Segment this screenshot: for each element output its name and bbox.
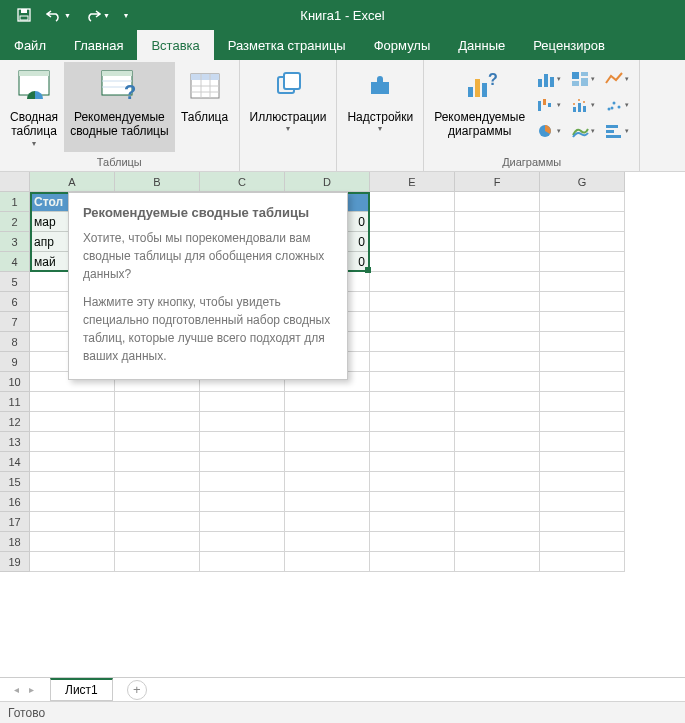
cell-F17[interactable] <box>455 512 540 532</box>
cell-D16[interactable] <box>285 492 370 512</box>
cell-F18[interactable] <box>455 532 540 552</box>
cell-E13[interactable] <box>370 432 455 452</box>
cell-A16[interactable] <box>30 492 115 512</box>
tab-review[interactable]: Рецензиров <box>519 30 619 60</box>
cell-D18[interactable] <box>285 532 370 552</box>
cell-F6[interactable] <box>455 292 540 312</box>
cell-C19[interactable] <box>200 552 285 572</box>
select-all-cell[interactable] <box>0 172 30 192</box>
cell-E11[interactable] <box>370 392 455 412</box>
cell-G16[interactable] <box>540 492 625 512</box>
sheet-nav-next[interactable]: ▸ <box>25 684 38 695</box>
cell-G13[interactable] <box>540 432 625 452</box>
cell-B11[interactable] <box>115 392 200 412</box>
row-header[interactable]: 18 <box>0 532 30 552</box>
cell-A17[interactable] <box>30 512 115 532</box>
cell-B18[interactable] <box>115 532 200 552</box>
cell-G10[interactable] <box>540 372 625 392</box>
cell-F14[interactable] <box>455 452 540 472</box>
recommended-pivot-tables-button[interactable]: ? Рекомендуемые сводные таблицы <box>64 62 174 152</box>
cell-E18[interactable] <box>370 532 455 552</box>
cell-G18[interactable] <box>540 532 625 552</box>
statistic-chart-button[interactable]: ▾ <box>569 94 597 116</box>
cell-D11[interactable] <box>285 392 370 412</box>
cell-E2[interactable] <box>370 212 455 232</box>
cell-F7[interactable] <box>455 312 540 332</box>
cell-A13[interactable] <box>30 432 115 452</box>
column-chart-button[interactable]: ▾ <box>535 68 563 90</box>
cell-D19[interactable] <box>285 552 370 572</box>
row-header[interactable]: 14 <box>0 452 30 472</box>
tab-data[interactable]: Данные <box>444 30 519 60</box>
scatter-chart-button[interactable]: ▾ <box>603 94 631 116</box>
cell-F8[interactable] <box>455 332 540 352</box>
cell-A19[interactable] <box>30 552 115 572</box>
cell-G1[interactable] <box>540 192 625 212</box>
cell-C14[interactable] <box>200 452 285 472</box>
cell-C13[interactable] <box>200 432 285 452</box>
cell-F9[interactable] <box>455 352 540 372</box>
cell-F2[interactable] <box>455 212 540 232</box>
cell-E8[interactable] <box>370 332 455 352</box>
hierarchy-chart-button[interactable]: ▾ <box>569 68 597 90</box>
customize-qat-button[interactable]: ▾ <box>120 9 132 22</box>
cell-E3[interactable] <box>370 232 455 252</box>
cell-G12[interactable] <box>540 412 625 432</box>
row-header[interactable]: 8 <box>0 332 30 352</box>
row-header[interactable]: 17 <box>0 512 30 532</box>
cell-C11[interactable] <box>200 392 285 412</box>
cell-G11[interactable] <box>540 392 625 412</box>
redo-button[interactable]: ▼ <box>81 6 114 24</box>
sheet-nav-prev[interactable]: ◂ <box>10 684 23 695</box>
cell-F1[interactable] <box>455 192 540 212</box>
cell-E12[interactable] <box>370 412 455 432</box>
undo-button[interactable]: ▼ <box>42 6 75 24</box>
row-header[interactable]: 12 <box>0 412 30 432</box>
cell-F4[interactable] <box>455 252 540 272</box>
cell-F5[interactable] <box>455 272 540 292</box>
col-header-C[interactable]: C <box>200 172 285 192</box>
cell-C16[interactable] <box>200 492 285 512</box>
save-button[interactable] <box>12 5 36 25</box>
cell-F19[interactable] <box>455 552 540 572</box>
cell-G3[interactable] <box>540 232 625 252</box>
col-header-E[interactable]: E <box>370 172 455 192</box>
add-sheet-button[interactable]: + <box>127 680 147 700</box>
table-button[interactable]: Таблица <box>175 62 235 152</box>
row-header[interactable]: 3 <box>0 232 30 252</box>
addins-button[interactable]: Надстройки ▾ <box>341 62 419 152</box>
tab-file[interactable]: Файл <box>0 30 60 60</box>
cell-C12[interactable] <box>200 412 285 432</box>
cell-E19[interactable] <box>370 552 455 572</box>
cell-F13[interactable] <box>455 432 540 452</box>
tab-page-layout[interactable]: Разметка страницы <box>214 30 360 60</box>
cell-E1[interactable] <box>370 192 455 212</box>
cell-E16[interactable] <box>370 492 455 512</box>
col-header-B[interactable]: B <box>115 172 200 192</box>
illustrations-button[interactable]: Иллюстрации ▾ <box>244 62 333 152</box>
cell-B13[interactable] <box>115 432 200 452</box>
cell-D12[interactable] <box>285 412 370 432</box>
cell-C15[interactable] <box>200 472 285 492</box>
cell-E15[interactable] <box>370 472 455 492</box>
cell-E14[interactable] <box>370 452 455 472</box>
cell-E4[interactable] <box>370 252 455 272</box>
cell-G7[interactable] <box>540 312 625 332</box>
row-header[interactable]: 9 <box>0 352 30 372</box>
cell-G8[interactable] <box>540 332 625 352</box>
pivot-table-button[interactable]: Сводная таблица ▾ <box>4 62 64 152</box>
cell-D17[interactable] <box>285 512 370 532</box>
cell-B19[interactable] <box>115 552 200 572</box>
cell-E10[interactable] <box>370 372 455 392</box>
cell-E5[interactable] <box>370 272 455 292</box>
cell-E17[interactable] <box>370 512 455 532</box>
cell-G2[interactable] <box>540 212 625 232</box>
row-header[interactable]: 1 <box>0 192 30 212</box>
cell-B17[interactable] <box>115 512 200 532</box>
cell-F12[interactable] <box>455 412 540 432</box>
row-header[interactable]: 19 <box>0 552 30 572</box>
recommended-charts-button[interactable]: ? Рекомендуемые диаграммы <box>428 62 531 152</box>
cell-G5[interactable] <box>540 272 625 292</box>
pie-chart-button[interactable]: ▾ <box>535 120 563 142</box>
cell-E6[interactable] <box>370 292 455 312</box>
